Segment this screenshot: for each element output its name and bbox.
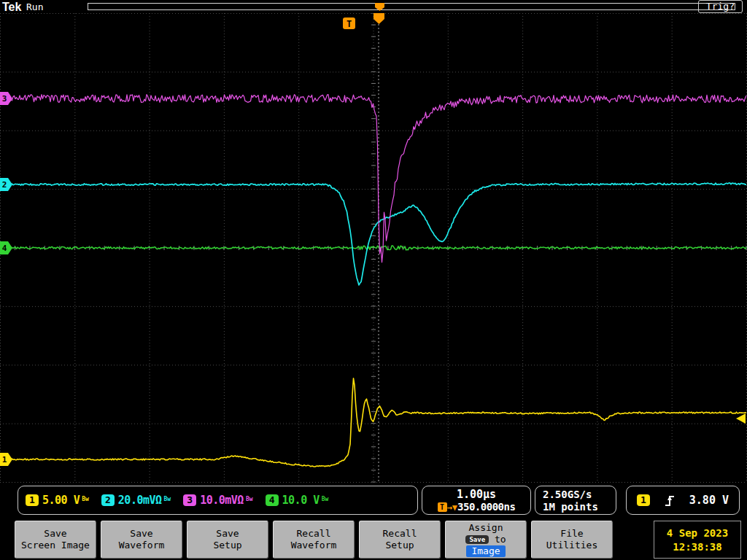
timebase-value: 1.00μs [422, 488, 530, 501]
ch4-readout: 4 10.0 V Bw [266, 494, 329, 507]
trigger-readout-box: 1 3.80 V [626, 486, 740, 515]
ch1-bandwidth-icon: Bw [82, 496, 89, 502]
trigger-level-marker[interactable] [736, 413, 746, 424]
trigger-t-badge-label: T [347, 19, 352, 29]
time-value: 12:38:38 [673, 541, 721, 553]
ch2-marker-label: 2 [2, 180, 7, 190]
ch4-marker-label: 4 [2, 244, 7, 253]
ch4-bandwidth-icon: Bw [322, 496, 329, 502]
waveform-ch1 [0, 378, 746, 467]
trigger-level-value: 3.80 V [689, 494, 729, 507]
ch1-badge[interactable]: 1 [26, 494, 39, 506]
file-utilities-button[interactable]: File Utilities [531, 521, 613, 559]
ch3-readout: 3 10.0mVΩ Bw [183, 494, 252, 507]
save-key-icon: Save [465, 535, 489, 544]
ch3-ground-marker[interactable]: 3 [0, 92, 12, 105]
ch2-badge[interactable]: 2 [101, 494, 115, 506]
acquisition-readout-box: 2.50GS/s 1M points [535, 486, 616, 515]
ch3-marker-label: 3 [2, 94, 7, 104]
waveform-ch3 [0, 95, 746, 262]
datetime-panel: 4 Sep 2023 12:38:38 [654, 521, 741, 559]
vertical-readouts-box: 1 5.00 V Bw 2 20.0mVΩ Bw 3 10.0mVΩ Bw 4 … [18, 486, 418, 515]
softkey-menu: Save Screen Image Save Waveform Save Set… [0, 519, 747, 560]
ch2-scale-value: 20.0mVΩ [118, 494, 162, 507]
trigger-t-badge[interactable]: T [343, 18, 355, 29]
tek-logo: Tek [2, 1, 21, 14]
recall-waveform-button[interactable]: Recall Waveform [273, 521, 355, 559]
save-screen-image-button[interactable]: Save Screen Image [15, 521, 96, 559]
record-length-value: 1M points [543, 501, 616, 513]
waveform-ch2 [0, 183, 746, 285]
ch3-scale-value: 10.0mVΩ [200, 494, 244, 507]
trigger-arrow-icon: →▼ [447, 502, 457, 513]
ch1-scale-value: 5.00 V [42, 494, 80, 507]
assign-save-button[interactable]: Assign Save to Image [445, 521, 527, 559]
ch4-ground-marker[interactable]: 4 [0, 241, 12, 254]
readout-row: 1 5.00 V Bw 2 20.0mVΩ Bw 3 10.0mVΩ Bw 4 … [0, 483, 747, 518]
ch1-ground-marker[interactable]: 1 [0, 453, 12, 466]
date-value: 4 Sep 2023 [667, 527, 728, 539]
status-bar: Tek Run Trig? [0, 0, 747, 13]
trigger-status-badge: Trig? [698, 0, 743, 13]
ch2-bandwidth-icon: Bw [164, 496, 171, 502]
ch2-ground-marker[interactable]: 2 [0, 178, 12, 191]
trigger-delay-value: 350.0000ns [457, 501, 515, 513]
trigger-top-flag-icon[interactable] [374, 13, 384, 24]
assign-target-highlight: Image [466, 545, 505, 557]
trigger-source-badge[interactable]: 1 [637, 494, 650, 506]
ch3-badge[interactable]: 3 [183, 494, 196, 506]
ch4-scale-value: 10.0 V [282, 494, 320, 507]
record-trigger-marker[interactable] [375, 3, 384, 11]
save-setup-button[interactable]: Save Setup [187, 521, 268, 559]
acquisition-status: Run [26, 1, 43, 12]
trigger-t-icon: T [438, 502, 447, 512]
waveform-svg: 3 2 4 1 T [0, 13, 747, 483]
save-waveform-button[interactable]: Save Waveform [101, 521, 182, 559]
ch1-readout: 1 5.00 V Bw [26, 494, 89, 507]
record-view-bar[interactable] [88, 3, 735, 10]
trigger-position-readout: T→▼350.0000ns [422, 501, 530, 513]
ch2-readout: 2 20.0mVΩ Bw [101, 494, 171, 507]
rising-edge-slope-icon [664, 493, 676, 508]
ch3-bandwidth-icon: Bw [246, 496, 253, 502]
horizontal-readout-box: 1.00μs T→▼350.0000ns [422, 486, 531, 515]
ch4-badge[interactable]: 4 [266, 494, 279, 506]
recall-setup-button[interactable]: Recall Setup [359, 521, 441, 559]
sample-rate-value: 2.50GS/s [543, 489, 616, 501]
ch1-marker-label: 1 [2, 455, 7, 464]
